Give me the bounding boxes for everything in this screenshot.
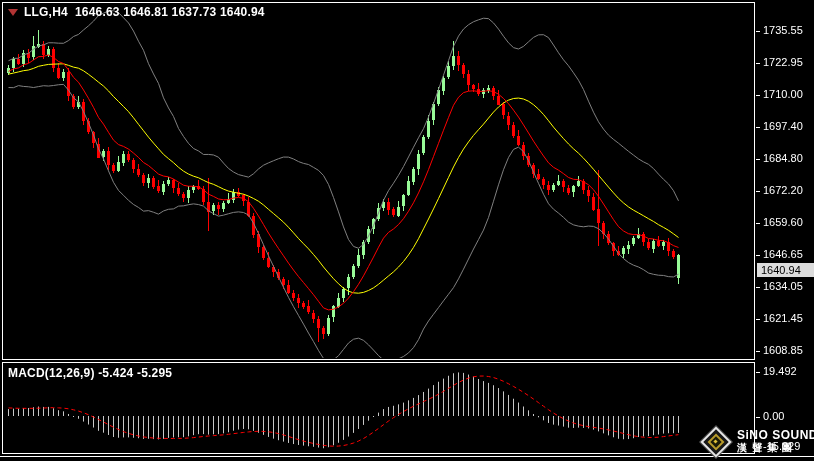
axis-tick — [756, 351, 760, 352]
price-axis-label: 1646.65 — [763, 248, 803, 260]
price-axis-label: 1634.05 — [763, 280, 803, 292]
price-axis-label: 1710.00 — [763, 88, 803, 100]
macd-label: MACD(12,26,9) — [8, 366, 95, 380]
axis-tick — [756, 417, 760, 418]
price-axis-label: 1621.45 — [763, 312, 803, 324]
axis-tick — [756, 159, 760, 160]
price-axis-label: 1608.85 — [763, 344, 803, 356]
ohlc-open: 1646.63 — [75, 5, 120, 19]
axis-tick — [756, 319, 760, 320]
chart-canvas[interactable] — [0, 0, 814, 461]
price-axis-label: 1672.20 — [763, 184, 803, 196]
ohlc-low: 1637.73 — [172, 5, 217, 19]
axis-tick — [756, 95, 760, 96]
price-axis-label: 1735.55 — [763, 24, 803, 36]
macd-axis-label: 0.00 — [763, 410, 784, 422]
axis-tick — [756, 223, 760, 224]
axis-tick — [756, 287, 760, 288]
axis-tick — [756, 191, 760, 192]
macd-axis-label: -15.029 — [763, 440, 800, 452]
axis-tick — [756, 63, 760, 64]
time-axis-separator — [0, 456, 814, 457]
axis-tick — [756, 31, 760, 32]
chart-header: LLG,H4 1646.63 1646.81 1637.73 1640.94 — [8, 5, 265, 19]
price-axis-label: 1697.40 — [763, 120, 803, 132]
axis-tick — [756, 127, 760, 128]
macd-main-value: -5.424 — [98, 366, 133, 380]
symbol-label: LLG,H4 — [24, 5, 68, 19]
ohlc-close: 1640.94 — [220, 5, 265, 19]
macd-signal-value: -5.295 — [137, 366, 172, 380]
macd-axis-label: 19.492 — [763, 365, 797, 377]
axis-tick — [756, 255, 760, 256]
symbol-dropdown-icon[interactable] — [8, 9, 18, 16]
axis-tick — [756, 372, 760, 373]
diamond-logo-icon — [700, 426, 730, 456]
price-axis-label: 1684.80 — [763, 152, 803, 164]
price-axis-label: 1722.95 — [763, 56, 803, 68]
price-axis-label: 1659.60 — [763, 216, 803, 228]
current-price-tag: 1640.94 — [757, 263, 814, 277]
chart-window: LLG,H4 1646.63 1646.81 1637.73 1640.94 M… — [0, 0, 814, 461]
ohlc-high: 1646.81 — [123, 5, 168, 19]
macd-header: MACD(12,26,9) -5.424 -5.295 — [8, 366, 172, 380]
